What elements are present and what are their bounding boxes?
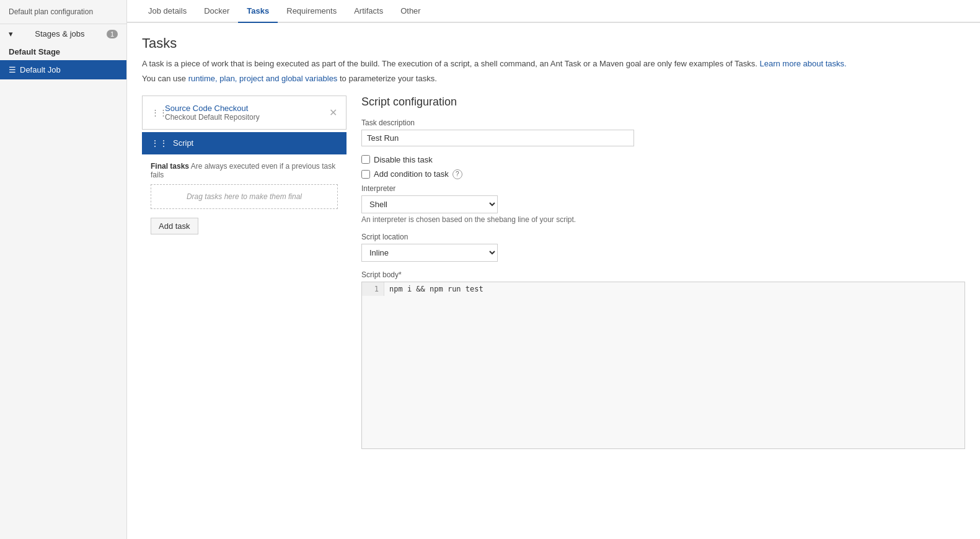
expand-icon: ▾	[9, 29, 13, 38]
sidebar: Default plan configuration ▾ Stages & jo…	[0, 0, 127, 539]
disable-task-label[interactable]: Disable this task	[374, 155, 433, 164]
interpreter-hint: An interpreter is chosen based on the sh…	[361, 215, 965, 224]
checkout-task-subtitle: Checkout Default Repository	[165, 113, 329, 122]
checkout-task-text: Source Code Checkout Checkout Default Re…	[165, 104, 329, 122]
tasks-layout: ⋮⋮ Source Code Checkout Checkout Default…	[142, 96, 965, 458]
main-content: Job details Docker Tasks Requirements Ar…	[127, 0, 980, 539]
sidebar-item-default-stage[interactable]: Default Stage	[0, 43, 126, 60]
stages-jobs-section[interactable]: ▾ Stages & jobs 1	[0, 24, 126, 43]
variables-link[interactable]: runtime, plan, project and global variab…	[188, 74, 338, 83]
checkout-task[interactable]: ⋮⋮ Source Code Checkout Checkout Default…	[142, 96, 347, 130]
add-condition-label[interactable]: Add condition to task	[374, 169, 449, 179]
page-variables-desc: You can use runtime, plan, project and g…	[142, 74, 965, 83]
task-description-input[interactable]	[361, 130, 634, 146]
script-body-group: Script body* 1 npm i && npm run test	[361, 270, 965, 449]
add-condition-checkbox[interactable]	[361, 170, 370, 179]
drag-drop-area: Drag tasks here to make them final	[151, 184, 338, 209]
script-location-group: Script location Inline File	[361, 233, 965, 262]
task-description-label: Task description	[361, 118, 965, 127]
tab-artifacts[interactable]: Artifacts	[345, 0, 392, 23]
tab-job-details[interactable]: Job details	[139, 0, 195, 23]
script-body-label: Script body*	[361, 270, 965, 279]
disable-task-checkbox[interactable]	[361, 155, 370, 164]
job-icon: ☰	[9, 65, 16, 74]
page-title: Tasks	[142, 35, 965, 51]
tab-bar: Job details Docker Tasks Requirements Ar…	[127, 0, 980, 23]
script-task[interactable]: ⋮⋮ Script	[142, 132, 347, 154]
script-icon: ⋮⋮	[151, 138, 168, 148]
script-task-label: Script	[173, 138, 193, 148]
interpreter-select[interactable]: Shell Bash Python Ruby	[361, 195, 498, 213]
code-line-1: 1 npm i && npm run test	[362, 282, 965, 296]
line-content-1: npm i && npm run test	[384, 282, 965, 296]
sidebar-header: Default plan configuration	[0, 0, 126, 24]
sidebar-item-default-job[interactable]: ☰ Default Job	[0, 60, 126, 79]
add-condition-row: Add condition to task ?	[361, 169, 965, 179]
script-location-select[interactable]: Inline File	[361, 244, 498, 262]
script-location-label: Script location	[361, 233, 965, 241]
task-description-group: Task description	[361, 118, 965, 146]
default-job-label: Default Job	[20, 65, 61, 74]
condition-help-icon[interactable]: ?	[452, 169, 462, 179]
page-content: Tasks A task is a piece of work that is …	[127, 23, 980, 539]
checkout-task-title: Source Code Checkout	[165, 104, 329, 113]
disable-task-row: Disable this task	[361, 155, 965, 164]
config-title: Script configuration	[361, 96, 965, 109]
learn-more-link[interactable]: Learn more about tasks.	[760, 59, 847, 68]
line-number-1: 1	[362, 282, 384, 296]
script-config-panel: Script configuration Task description Di…	[347, 96, 965, 458]
page-description: A task is a piece of work that is being …	[142, 58, 965, 70]
tab-requirements[interactable]: Requirements	[278, 0, 345, 23]
code-editor[interactable]: 1 npm i && npm run test	[361, 282, 965, 449]
add-task-button[interactable]: Add task	[151, 218, 198, 234]
tab-tasks[interactable]: Tasks	[238, 0, 278, 23]
tab-other[interactable]: Other	[392, 0, 430, 23]
stages-jobs-label: Stages & jobs	[35, 29, 84, 38]
interpreter-group: Interpreter Shell Bash Python Ruby An in…	[361, 184, 965, 224]
interpreter-label: Interpreter	[361, 184, 965, 193]
final-tasks-header: Final tasks Are always executed even if …	[142, 157, 347, 182]
checkout-icon: ⋮⋮	[151, 108, 160, 117]
stages-jobs-badge: 1	[107, 30, 118, 38]
sidebar-section: ▾ Stages & jobs 1 Default Stage ☰ Defaul…	[0, 24, 126, 79]
task-list-panel: ⋮⋮ Source Code Checkout Checkout Default…	[142, 96, 347, 458]
tab-docker[interactable]: Docker	[195, 0, 238, 23]
checkout-task-close[interactable]: ✕	[329, 107, 337, 118]
